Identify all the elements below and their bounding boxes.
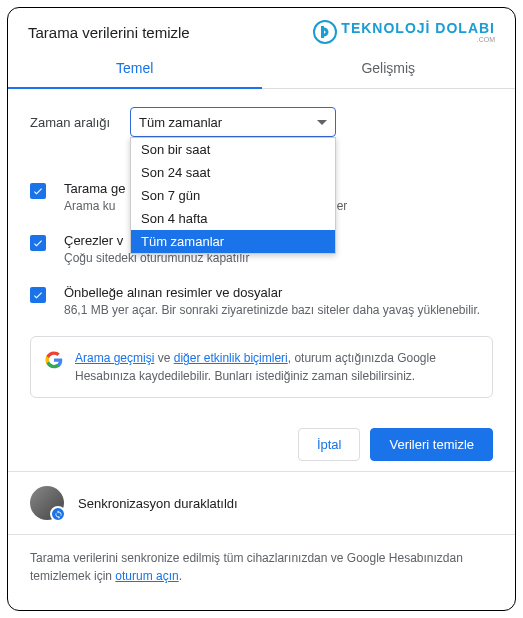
timerange-label: Zaman aralığı bbox=[30, 115, 130, 130]
avatar bbox=[30, 486, 64, 520]
checkbox-cache[interactable] bbox=[30, 287, 46, 303]
sync-status-text: Senkronizasyon duraklatıldı bbox=[78, 496, 238, 511]
clear-data-button[interactable]: Verileri temizle bbox=[370, 428, 493, 461]
tab-indicator bbox=[8, 87, 262, 89]
dropdown-option[interactable]: Son 7 gün bbox=[131, 184, 335, 207]
tab-advanced[interactable]: Gelişmiş bbox=[262, 48, 516, 88]
option-title: Önbelleğe alınan resimler ve dosyalar bbox=[64, 285, 480, 300]
check-icon bbox=[32, 185, 44, 197]
tab-basic[interactable]: Temel bbox=[8, 48, 262, 88]
google-icon bbox=[45, 351, 63, 369]
divider bbox=[8, 534, 515, 535]
dropdown-option[interactable]: Son 4 hafta bbox=[131, 207, 335, 230]
dialog-header: Tarama verilerini temizle TEKNOLOJİ DOLA… bbox=[8, 8, 515, 48]
site-logo: TEKNOLOJİ DOLABI .COM bbox=[313, 20, 495, 44]
info-text: Arama geçmişi ve diğer etkinlik biçimler… bbox=[75, 349, 478, 385]
timerange-select[interactable]: Tüm zamanlar bbox=[130, 107, 336, 137]
chevron-down-icon bbox=[317, 120, 327, 125]
logo-icon bbox=[313, 20, 337, 44]
timerange-row: Zaman aralığı Tüm zamanlar Son bir saat … bbox=[30, 107, 493, 137]
timerange-value: Tüm zamanlar bbox=[139, 115, 222, 130]
link-search-history[interactable]: Arama geçmişi bbox=[75, 351, 154, 365]
tabs: Temel Gelişmiş bbox=[8, 48, 515, 89]
option-cache: Önbelleğe alınan resimler ve dosyalar 86… bbox=[30, 285, 493, 319]
divider bbox=[8, 471, 515, 472]
cancel-button[interactable]: İptal bbox=[298, 428, 361, 461]
check-icon bbox=[32, 237, 44, 249]
sync-status-row: Senkronizasyon duraklatıldı bbox=[8, 486, 515, 534]
check-icon bbox=[32, 289, 44, 301]
google-info-box: Arama geçmişi ve diğer etkinlik biçimler… bbox=[30, 336, 493, 398]
timerange-dropdown: Son bir saat Son 24 saat Son 7 gün Son 4… bbox=[130, 137, 336, 254]
footer-text: Tarama verilerini senkronize edilmiş tüm… bbox=[8, 549, 515, 603]
sign-in-link[interactable]: oturum açın bbox=[115, 569, 178, 583]
checkbox-cookies[interactable] bbox=[30, 235, 46, 251]
dialog-title: Tarama verilerini temizle bbox=[28, 24, 190, 41]
sync-badge-icon bbox=[50, 506, 66, 522]
svg-point-0 bbox=[314, 21, 336, 43]
svg-rect-1 bbox=[321, 26, 324, 38]
option-desc: 86,1 MB yer açar. Bir sonraki ziyaretini… bbox=[64, 302, 480, 319]
dropdown-option[interactable]: Son 24 saat bbox=[131, 161, 335, 184]
clear-browsing-data-dialog: Tarama verilerini temizle TEKNOLOJİ DOLA… bbox=[7, 7, 516, 611]
dialog-buttons: İptal Verileri temizle bbox=[8, 410, 515, 471]
dialog-body: Zaman aralığı Tüm zamanlar Son bir saat … bbox=[8, 89, 515, 410]
link-other-activity[interactable]: diğer etkinlik biçimleri bbox=[174, 351, 288, 365]
dropdown-option[interactable]: Tüm zamanlar bbox=[131, 230, 335, 253]
logo-subtext: .COM bbox=[341, 36, 495, 43]
dropdown-option[interactable]: Son bir saat bbox=[131, 138, 335, 161]
logo-text: TEKNOLOJİ DOLABI bbox=[341, 21, 495, 35]
checkbox-history[interactable] bbox=[30, 183, 46, 199]
